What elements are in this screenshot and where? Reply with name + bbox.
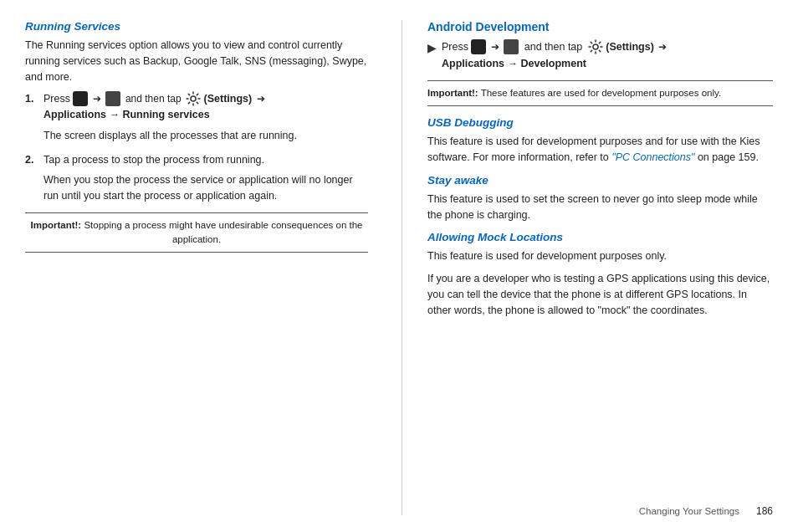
left-important-label: Important!: [31, 220, 82, 230]
right-important-text: These features are used for development … [481, 88, 721, 98]
left-important-text: Stopping a process might have undesirabl… [84, 220, 362, 244]
stay-awake-section: Stay awake This feature is used to set t… [427, 174, 773, 223]
step-1-settings-label: (Settings) [204, 93, 253, 105]
mock-locations-body2: If you are a developer who is testing a … [427, 271, 773, 318]
footer: Changing Your Settings 186 [639, 505, 773, 517]
step-2-num: 2. [25, 152, 43, 204]
right-icon-settings [588, 41, 606, 53]
step-2: 2. Tap a process to stop the process fro… [25, 152, 368, 204]
step-1-num: 1. [25, 91, 43, 143]
right-main-title: Android Development [427, 20, 773, 33]
step-2-content: Tap a process to stop the process from r… [43, 152, 368, 204]
step-2-instruction: Tap a process to stop the process from r… [43, 154, 264, 166]
right-icon-menu [504, 41, 519, 53]
stay-awake-body: This feature is used to set the screen t… [427, 192, 773, 223]
svg-point-1 [593, 44, 598, 49]
step-1-arrow3: ➔ [257, 93, 265, 105]
step-1: 1. Press ➔ and then tap [25, 91, 368, 143]
step-2-sub: When you stop the process the service or… [43, 172, 368, 204]
left-intro: The Running services option allows you t… [25, 38, 368, 84]
usb-debugging-title: USB Debugging [427, 116, 773, 129]
mock-locations-title: Allowing Mock Locations [427, 231, 773, 243]
usb-pc-link: "PC Connections" [611, 151, 694, 163]
column-divider [402, 20, 402, 515]
right-icon-home [471, 41, 486, 53]
step-1-icon-menu [105, 93, 123, 105]
right-important-box: Important!: These features are used for … [427, 80, 773, 106]
step-1-arrow2: and then tap [125, 93, 182, 105]
step-1-icon-settings [186, 93, 203, 105]
footer-label: Changing Your Settings [639, 506, 739, 516]
right-press-label: Press [442, 41, 468, 53]
usb-link-after: on page 159. [698, 151, 759, 163]
step-1-press: Press [43, 93, 70, 105]
android-dev-instruction: ▶ Press ➔ and then tap (Settings) [427, 38, 773, 72]
usb-debugging-body: This feature is used for development pur… [427, 134, 773, 166]
right-arrow2: ➔ [658, 41, 667, 53]
step-1-path: Applications → Running services [43, 109, 210, 120]
footer-page: 186 [756, 505, 773, 517]
usb-debugging-section: USB Debugging This feature is used for d… [427, 116, 773, 166]
right-arrow1: ➔ [491, 41, 502, 53]
right-important-label: Important!: [427, 88, 478, 98]
step-1-sub: The screen displays all the processes th… [43, 128, 368, 144]
left-important-box: Important!: Stopping a process might hav… [25, 212, 368, 253]
step-1-content: Press ➔ and then tap [43, 91, 368, 143]
right-settings-label: (Settings) [606, 41, 654, 53]
step-1-arrow1: ➔ [93, 93, 101, 105]
right-path-main: Applications → Development [442, 58, 586, 69]
right-and-then: and then tap [524, 41, 586, 53]
step-1-icon-home [73, 93, 90, 105]
mock-locations-body1: This feature is used for development pur… [427, 248, 773, 264]
left-column: Running Services The Running services op… [25, 20, 393, 515]
stay-awake-title: Stay awake [427, 174, 773, 187]
left-section-title: Running Services [25, 20, 368, 33]
mock-locations-section: Allowing Mock Locations This feature is … [427, 231, 773, 318]
svg-point-0 [191, 96, 196, 101]
right-column: Android Development ▶ Press ➔ and then t… [411, 20, 773, 515]
